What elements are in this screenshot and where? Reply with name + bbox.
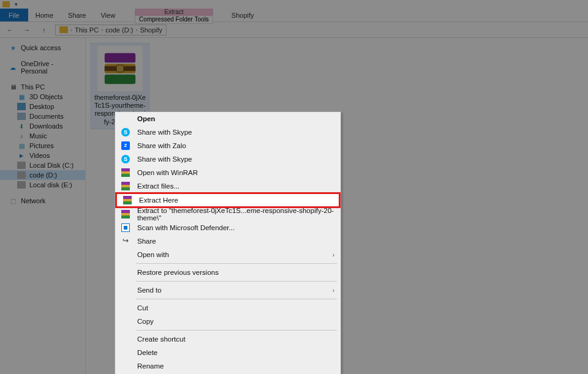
nav-local-disk-e[interactable]: Local disk (E:) <box>0 180 85 190</box>
ctx-share-skype[interactable]: Share with Skype <box>115 125 341 139</box>
ribbon: File Home Share View Extract Compressed … <box>0 9 588 22</box>
defender-icon <box>121 223 130 232</box>
breadcrumb-shopify[interactable]: Shopify <box>140 26 162 34</box>
nav-label: Videos <box>29 152 50 159</box>
ctx-share[interactable]: Share <box>115 234 341 248</box>
ctx-rename[interactable]: Rename <box>115 359 341 373</box>
file-tab[interactable]: File <box>0 9 28 21</box>
nav-code-d[interactable]: code (D:) <box>0 170 85 180</box>
chevron-right-icon: › <box>333 252 334 258</box>
breadcrumb[interactable]: › This PC › code (D:) › Shopify <box>55 24 167 36</box>
ctx-label: Copy <box>137 318 334 325</box>
ctx-copy[interactable]: Copy <box>115 315 341 328</box>
ctx-label: Open with <box>137 251 326 258</box>
nav-this-pc[interactable]: This PC <box>0 82 85 92</box>
up-button[interactable]: ↑ <box>38 26 50 34</box>
ctx-label: Delete <box>137 349 334 356</box>
cube-icon <box>17 93 26 100</box>
winrar-icon <box>121 210 130 219</box>
nav-pictures[interactable]: Pictures <box>0 141 85 151</box>
ctx-extract-files[interactable]: Extract files... <box>115 179 341 193</box>
nav-label: Downloads <box>29 122 62 130</box>
nav-onedrive[interactable]: OneDrive - Personal <box>0 59 85 76</box>
nav-quick-access[interactable]: Quick access <box>0 43 85 53</box>
downloads-icon <box>17 122 26 130</box>
cloud-icon <box>9 64 17 71</box>
winrar-icon <box>121 182 130 190</box>
nav-3d-objects[interactable]: 3D Objects <box>0 92 85 102</box>
music-icon <box>17 132 26 140</box>
nav-label: Local Disk (C:) <box>29 162 74 169</box>
ctx-label: Open <box>137 115 334 122</box>
ctx-extract-to[interactable]: Extract to "themeforest-0jXeTc1S...eme-r… <box>115 208 341 221</box>
nav-label: code (D:) <box>29 171 57 179</box>
nav-videos[interactable]: Videos <box>0 151 85 160</box>
disk-icon <box>17 171 26 179</box>
ctx-extract-here[interactable]: Extract Here <box>115 192 341 208</box>
ctx-label: Extract Here <box>139 196 333 204</box>
home-tab[interactable]: Home <box>28 9 61 21</box>
separator <box>136 281 337 282</box>
ctx-scan-defender[interactable]: Scan with Microsoft Defender... <box>115 221 341 234</box>
nav-label: OneDrive - Personal <box>21 60 81 75</box>
winrar-icon <box>123 196 132 204</box>
ctx-open-with[interactable]: Open with› <box>115 248 341 261</box>
breadcrumb-code-d[interactable]: code (D:) <box>105 26 133 34</box>
folder-icon <box>2 1 10 7</box>
ctx-share-zalo[interactable]: Share with Zalo <box>115 139 341 152</box>
nav-local-disk-c[interactable]: Local Disk (C:) <box>0 160 85 170</box>
nav-label: 3D Objects <box>29 93 62 100</box>
ctx-label: Extract files... <box>137 182 334 190</box>
ctx-open-winrar[interactable]: Open with WinRAR <box>115 166 341 179</box>
ctx-label: Cut <box>137 304 334 312</box>
nav-music[interactable]: Music <box>0 131 85 141</box>
ctx-label: Share with Zalo <box>137 142 334 149</box>
ctx-label: Rename <box>137 362 334 370</box>
nav-label: This PC <box>21 83 45 91</box>
videos-icon <box>17 152 26 159</box>
ctx-restore-versions[interactable]: Restore previous versions <box>115 266 341 279</box>
ctx-delete[interactable]: Delete <box>115 346 341 359</box>
ctx-label: Share <box>137 237 334 245</box>
chevron-right-icon: › <box>101 27 103 33</box>
nav-desktop[interactable]: Desktop <box>0 102 85 111</box>
ctx-label: Scan with Microsoft Defender... <box>137 224 334 231</box>
zalo-icon <box>121 141 130 150</box>
share-icon <box>121 237 130 245</box>
network-icon <box>9 197 17 204</box>
chevron-right-icon: › <box>135 27 137 33</box>
separator <box>136 299 337 299</box>
address-bar: ← → ↑ › This PC › code (D:) › Shopify <box>0 22 588 38</box>
ctx-share-skype-2[interactable]: Share with Skype <box>115 152 341 166</box>
desktop-icon <box>17 103 26 110</box>
ctx-send-to[interactable]: Send to› <box>115 283 341 297</box>
nav-label: Music <box>29 132 47 140</box>
breadcrumb-this-pc[interactable]: This PC <box>75 26 99 34</box>
share-tab[interactable]: Share <box>61 9 93 21</box>
nav-downloads[interactable]: Downloads <box>0 121 85 131</box>
disk-icon <box>17 181 26 189</box>
quick-access-toolbar: ▾ <box>0 0 588 9</box>
compressed-folder-tools-tab[interactable]: Compressed Folder Tools <box>135 16 213 24</box>
extract-context-header: Extract <box>135 9 213 16</box>
nav-network[interactable]: Network <box>0 196 85 206</box>
ctx-create-shortcut[interactable]: Create shortcut <box>115 332 341 346</box>
contextual-tab-group: Extract Compressed Folder Tools <box>135 9 213 21</box>
pc-icon <box>9 83 17 91</box>
nav-label: Network <box>21 197 45 204</box>
forward-button[interactable]: → <box>21 26 33 34</box>
skype-icon <box>121 128 130 137</box>
ctx-cut[interactable]: Cut <box>115 301 341 315</box>
winrar-icon <box>121 168 130 177</box>
ctx-open[interactable]: Open <box>115 112 341 125</box>
back-button[interactable]: ← <box>4 26 16 34</box>
navigation-pane: Quick access OneDrive - Personal This PC… <box>0 38 86 374</box>
ctx-label: Share with Skype <box>137 129 334 136</box>
qat-dropdown-icon[interactable]: ▾ <box>12 1 20 8</box>
winrar-archive-icon <box>97 46 143 91</box>
view-tab[interactable]: View <box>93 9 123 21</box>
context-menu: Open Share with Skype Share with Zalo Sh… <box>115 111 341 374</box>
nav-documents[interactable]: Documents <box>0 111 85 121</box>
pictures-icon <box>17 142 26 149</box>
ctx-label: Open with WinRAR <box>137 169 334 176</box>
